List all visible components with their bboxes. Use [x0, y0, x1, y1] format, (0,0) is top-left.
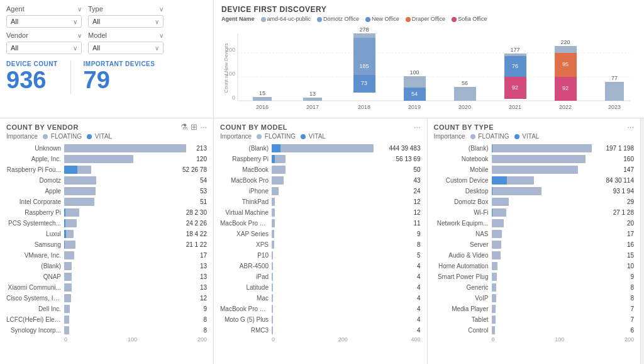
bar-container	[272, 326, 414, 334]
vital-bar	[492, 176, 507, 185]
bar-label: Media Player	[434, 305, 492, 312]
bar-container	[272, 241, 414, 249]
vital-bar	[492, 187, 492, 195]
vendor-panel: COUNT BY VENDOR ⚗ ⊞ ··· Importance FLOAT…	[0, 118, 214, 364]
bar-count: 13	[200, 284, 207, 291]
bar-count: 12	[413, 198, 420, 205]
bar-label: QNAP	[6, 273, 64, 280]
bar-container	[492, 326, 628, 334]
bar-label: PCS Systemtech...	[6, 220, 64, 227]
bar-label: Custom Device	[434, 177, 492, 184]
agent-name-label: Agent Name	[221, 16, 255, 22]
type-panel: COUNT BY TYPE ··· Importance FLOATING VI…	[428, 118, 641, 364]
bar-container	[272, 166, 411, 174]
bar-container	[492, 198, 625, 206]
table-row: Server16	[434, 240, 635, 249]
floating-bar	[492, 316, 496, 324]
floating-bar	[492, 144, 592, 152]
floating-bar	[492, 198, 509, 206]
bar-label: Raspberry Pi	[220, 156, 272, 162]
type-importance-row: Importance FLOATING VITAL	[434, 133, 635, 140]
svg-text:95: 95	[562, 61, 569, 67]
vendor-filter-icon[interactable]: ⚗	[180, 122, 188, 132]
bar-container	[492, 294, 628, 302]
agent-filter-group: Agent ∨ All ∨	[6, 5, 82, 28]
bar-count: 93 1 94	[613, 188, 634, 195]
svg-text:77: 77	[611, 75, 618, 81]
vendor-more-icon[interactable]: ···	[200, 122, 207, 132]
bar-label: Generic	[434, 284, 492, 291]
floating-bar	[64, 305, 70, 313]
floating-bar	[492, 262, 498, 270]
table-row: MacBook Pro 13"...11	[220, 219, 421, 228]
table-row: XPS8	[220, 240, 421, 249]
table-row: MacBook Pro 13"...4	[220, 304, 421, 314]
floating-bar	[64, 144, 186, 152]
bar-container	[272, 230, 414, 238]
svg-text:54: 54	[411, 91, 418, 97]
table-row: Synology Incorp...8	[6, 326, 207, 335]
table-row: VoIP8	[434, 293, 635, 303]
scrollbar[interactable]	[640, 118, 644, 364]
type-filter-select[interactable]: All ∨	[88, 15, 164, 28]
bar-label: Desktop	[434, 188, 492, 195]
device-count-block: DEVICE COUNT 936	[6, 60, 58, 94]
table-row: Control6	[434, 326, 635, 335]
floating-bar	[272, 144, 374, 152]
floating-bar	[272, 166, 286, 174]
discovery-section: DEVICE FIRST DISCOVERY Agent Name amd-64…	[214, 0, 644, 118]
svg-rect-22	[404, 76, 426, 88]
vendor-filter-select[interactable]: All ∨	[6, 42, 82, 54]
bar-label: LCFC(HeFei) Elec...	[6, 316, 64, 323]
bar-container	[64, 273, 197, 281]
agent-select-chevron-icon: ∨	[73, 18, 77, 25]
bar-container	[272, 219, 411, 227]
floating-bar	[272, 230, 274, 238]
bar-label: RMC3	[220, 327, 272, 334]
bar-count: 444 39 483	[389, 145, 420, 152]
model-more-icon[interactable]: ···	[414, 122, 421, 132]
svg-rect-26	[454, 87, 476, 101]
floating-bar	[64, 241, 75, 249]
floating-bar	[272, 198, 275, 206]
agent-filter-select[interactable]: All ∨	[6, 15, 82, 28]
vendor-chart-title: COUNT BY VENDOR	[6, 123, 79, 131]
bar-label: Unknown	[6, 145, 64, 152]
bar-count: 28 2 30	[186, 209, 207, 216]
svg-rect-15	[353, 38, 375, 75]
model-importance-label: Importance	[220, 133, 252, 140]
bar-label: Wi-Fi	[434, 209, 492, 216]
svg-text:2022: 2022	[559, 104, 572, 110]
discovery-title: DEVICE FIRST DISCOVERY	[221, 5, 636, 14]
floating-bar	[492, 187, 542, 195]
vendor-table-icon[interactable]: ⊞	[191, 122, 197, 132]
bar-container	[64, 305, 201, 313]
model-bars-container: (Blank)444 39 483Raspberry Pi56 13 69Mac…	[220, 144, 421, 335]
bar-count: 6	[630, 327, 634, 334]
floating-bar	[272, 208, 275, 217]
legend-sofia: Sofia Office	[452, 16, 487, 22]
bar-count: 12	[413, 209, 420, 216]
bar-container	[492, 166, 621, 174]
bar-container	[64, 176, 197, 185]
table-row: QNAP13	[6, 272, 207, 282]
type-more-icon[interactable]: ···	[627, 122, 634, 132]
bar-count: 5	[417, 252, 421, 259]
floating-bar	[64, 316, 69, 324]
bar-container	[492, 316, 628, 324]
device-count-value: 936	[6, 67, 58, 94]
bar-label: Moto G (5) Plus	[220, 316, 272, 323]
type-filter-label: Type ∨	[88, 5, 164, 13]
discovery-chart: 0 100 200 Count of New Devices 2016 15	[221, 24, 636, 112]
bar-count: 8	[203, 316, 207, 323]
type-bars-container: (Blank)197 1 198Notebook160Mobile147Cust…	[434, 144, 635, 335]
bar-count: 29	[627, 198, 634, 205]
vital-bar	[492, 208, 492, 217]
svg-rect-11	[303, 98, 322, 101]
model-filter-select[interactable]: All ∨	[88, 42, 164, 54]
bar-container	[272, 155, 394, 163]
svg-text:56: 56	[462, 80, 468, 86]
vendor-panel-actions: ⚗ ⊞ ···	[180, 122, 207, 132]
bar-container	[492, 283, 628, 292]
floating-bar	[272, 262, 273, 270]
